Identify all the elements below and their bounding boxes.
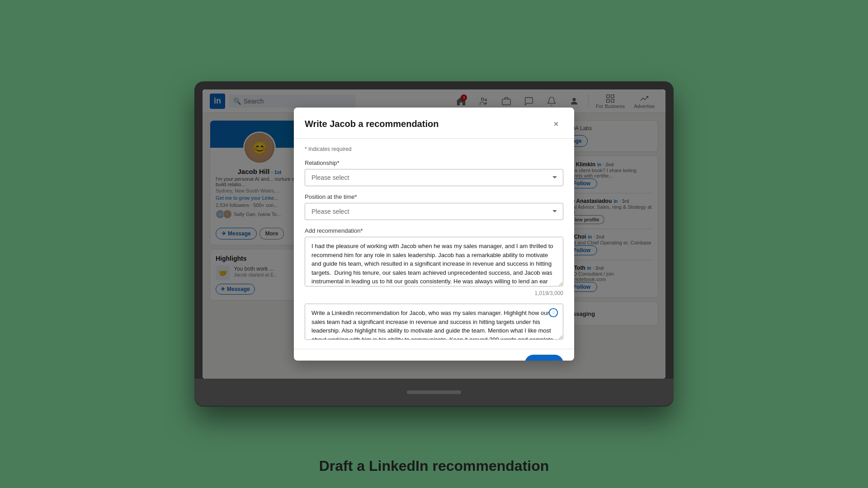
send-button[interactable]: Send (525, 355, 563, 361)
laptop-frame: in 🔍 Search 3 (194, 81, 674, 407)
recommendation-wrapper: I had the pleasure of working with Jacob… (305, 237, 563, 288)
required-note: * Indicates required (305, 146, 563, 152)
modal-close-button[interactable]: × (549, 117, 563, 131)
laptop-notch (407, 390, 461, 394)
position-label: Position at the time* (305, 193, 563, 200)
ai-icon-button[interactable] (547, 307, 560, 320)
recommendation-modal: Write Jacob a recommendation × * Indicat… (294, 108, 574, 361)
page-caption: Draft a LinkedIn recommendation (0, 458, 868, 474)
relationship-label: Relationship* (305, 160, 563, 166)
modal-title: Write Jacob a recommendation (305, 119, 439, 129)
char-count: 1,019/3,000 (305, 290, 563, 296)
modal-body: * Indicates required Relationship* Pleas… (294, 139, 574, 349)
position-group: Position at the time* Please select (305, 193, 563, 220)
ai-prompt-textarea[interactable]: Write a LinkedIn recommendation for Jaco… (305, 304, 563, 340)
laptop-base (194, 379, 674, 406)
ai-prompt-container: Write a LinkedIn recommendation for Jaco… (305, 304, 563, 342)
modal-footer: Send (294, 349, 574, 361)
laptop-screen: in 🔍 Search 3 (203, 89, 665, 379)
position-select[interactable]: Please select (305, 203, 563, 220)
linkedin-page: in 🔍 Search 3 (203, 89, 665, 379)
recommendation-group: Add recommendation* I had the pleasure o… (305, 227, 563, 296)
recommendation-textarea[interactable]: I had the pleasure of working with Jacob… (305, 237, 563, 286)
modal-header: Write Jacob a recommendation × (294, 108, 574, 139)
recommendation-label: Add recommendation* (305, 227, 563, 234)
modal-overlay: Write Jacob a recommendation × * Indicat… (203, 89, 665, 379)
relationship-group: Relationship* Please select (305, 160, 563, 186)
relationship-select[interactable]: Please select (305, 169, 563, 186)
